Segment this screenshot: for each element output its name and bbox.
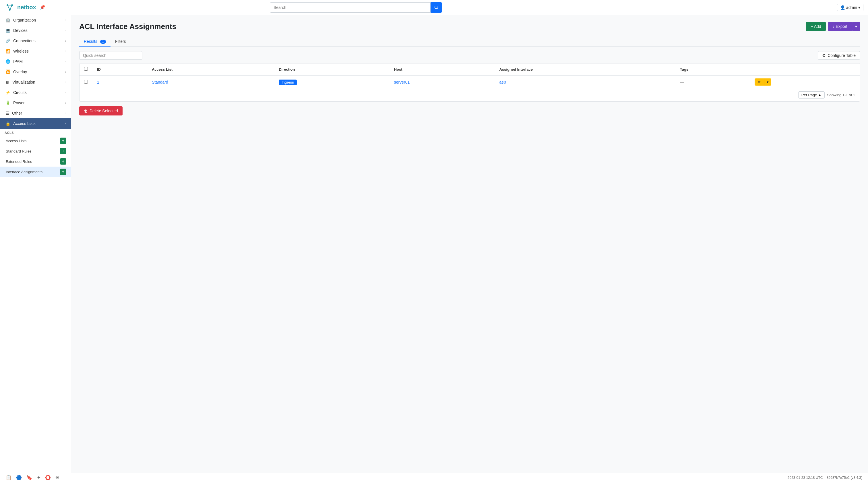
acls-add-access-lists-button[interactable]: + bbox=[60, 138, 66, 144]
sidebar-item-access-lists[interactable]: 🔒Access Lists ‹ bbox=[0, 118, 71, 129]
id-link[interactable]: 1 bbox=[97, 80, 99, 84]
edit-button[interactable]: ✏ bbox=[755, 78, 764, 86]
tab-filters[interactable]: Filters bbox=[111, 37, 131, 47]
row-checkbox[interactable] bbox=[84, 80, 88, 84]
organization-icon: 🏢 bbox=[5, 18, 10, 22]
header-actions: + Add ↓ Export ▾ bbox=[806, 22, 860, 31]
table-toolbar: ⚙ Configure Table bbox=[79, 51, 860, 60]
footer-icons: 📋 🔵 🔖 ✦ ⭕ ✳ bbox=[6, 475, 59, 480]
chevron-icon: › bbox=[65, 111, 66, 115]
select-all-checkbox[interactable] bbox=[84, 67, 88, 70]
table-header-row: ID Access List Direction Host Assigned I… bbox=[80, 63, 860, 75]
tab-results-badge: 1 bbox=[100, 40, 106, 44]
svg-line-5 bbox=[10, 5, 12, 10]
cell-host: server01 bbox=[390, 75, 495, 88]
col-id: ID bbox=[92, 63, 147, 75]
sidebar-item-organization[interactable]: 🏢Organization › bbox=[0, 15, 71, 25]
brand-icon bbox=[5, 2, 15, 12]
user-icon: 👤 bbox=[840, 5, 845, 10]
brand-logo[interactable]: netbox 📌 bbox=[5, 2, 71, 12]
edit-caret-button[interactable]: ▾ bbox=[764, 78, 771, 86]
sidebar-item-overlay[interactable]: 🔀Overlay › bbox=[0, 67, 71, 77]
acls-label-access-lists: Access Lists bbox=[6, 139, 26, 143]
search-button[interactable] bbox=[431, 2, 442, 12]
sidebar-item-devices[interactable]: 💻Devices › bbox=[0, 25, 71, 36]
sidebar-item-other[interactable]: ☰Other › bbox=[0, 108, 71, 118]
tab-results[interactable]: Results 1 bbox=[79, 37, 111, 47]
sidebar-item-connections[interactable]: 🔗Connections › bbox=[0, 36, 71, 46]
cell-row-actions: ✏ ▾ bbox=[750, 75, 860, 88]
export-button[interactable]: ↓ Export bbox=[828, 22, 852, 31]
interface-link[interactable]: ae0 bbox=[499, 80, 506, 84]
sidebar-item-power[interactable]: 🔋Power › bbox=[0, 98, 71, 108]
circuits-icon: ⚡ bbox=[5, 90, 10, 95]
delete-selected-label: Delete Selected bbox=[90, 109, 118, 113]
gear-icon: ⚙ bbox=[822, 53, 826, 58]
quick-search-input[interactable] bbox=[79, 51, 143, 60]
overlay-icon: 🔀 bbox=[5, 69, 10, 74]
page-header: ACL Interface Assignments + Add ↓ Export… bbox=[79, 22, 860, 31]
tabs: Results 1 Filters bbox=[79, 37, 860, 47]
acls-item-access-lists[interactable]: Access Lists + bbox=[0, 136, 71, 146]
sidebar: 🏢Organization › 💻Devices › 🔗Connections … bbox=[0, 15, 71, 473]
bottom-actions: 🗑 Delete Selected bbox=[79, 106, 860, 115]
per-page-label: Per Page ▲ bbox=[801, 93, 822, 97]
cell-id: 1 bbox=[92, 75, 147, 88]
footer-version: 89937b7e75e2 (v3.4.3) bbox=[827, 476, 862, 480]
user-caret-icon: ▾ bbox=[858, 5, 860, 10]
sidebar-item-wireless[interactable]: 📶Wireless › bbox=[0, 46, 71, 56]
connections-icon: 🔗 bbox=[5, 38, 10, 43]
col-access-list: Access List bbox=[147, 63, 274, 75]
footer: 📋 🔵 🔖 ✦ ⭕ ✳ 2023-01-23 12:18 UTC 89937b7… bbox=[0, 473, 868, 482]
chevron-icon: › bbox=[65, 29, 66, 32]
table-container: ID Access List Direction Host Assigned I… bbox=[79, 63, 860, 102]
acls-label-standard-rules: Standard Rules bbox=[6, 149, 32, 153]
acls-add-extended-rules-button[interactable]: + bbox=[60, 158, 66, 165]
host-link[interactable]: server01 bbox=[394, 80, 410, 84]
power-icon: 🔋 bbox=[5, 101, 10, 105]
access-list-link[interactable]: Standard bbox=[152, 80, 168, 84]
tags-value: — bbox=[680, 80, 684, 84]
export-label: ↓ Export bbox=[833, 24, 847, 29]
search-input[interactable] bbox=[270, 2, 431, 12]
sidebar-item-virtualization[interactable]: 🖥Virtualization › bbox=[0, 77, 71, 87]
username: admin bbox=[846, 5, 857, 10]
chevron-icon: › bbox=[65, 91, 66, 94]
acls-item-interface-assignments[interactable]: Interface Assignments + bbox=[0, 167, 71, 177]
tab-filters-label: Filters bbox=[115, 39, 126, 44]
github-icon[interactable]: ⭕ bbox=[45, 475, 51, 480]
col-assigned-interface: Assigned Interface bbox=[495, 63, 675, 75]
bookmark-icon[interactable]: 🔖 bbox=[26, 475, 32, 480]
acls-item-standard-rules[interactable]: Standard Rules + bbox=[0, 146, 71, 156]
acls-add-interface-assignments-button[interactable]: + bbox=[60, 169, 66, 175]
virtualization-icon: 🖥 bbox=[5, 80, 9, 84]
other-icon: ☰ bbox=[5, 111, 9, 115]
table-row: 1 Standard Ingress server01 ae0 bbox=[80, 75, 860, 88]
cell-assigned-interface: ae0 bbox=[495, 75, 675, 88]
chevron-down-icon: ‹ bbox=[65, 122, 66, 125]
docs-icon[interactable]: 📋 bbox=[6, 475, 11, 480]
sidebar-item-ipam[interactable]: 🌐IPAM › bbox=[0, 56, 71, 67]
footer-info: 2023-01-23 12:18 UTC 89937b7e75e2 (v3.4.… bbox=[787, 476, 862, 480]
main-content: ACL Interface Assignments + Add ↓ Export… bbox=[71, 15, 868, 473]
chevron-icon: › bbox=[65, 80, 66, 84]
acls-label-extended-rules: Extended Rules bbox=[6, 160, 32, 164]
export-caret-button[interactable]: ▾ bbox=[852, 22, 860, 31]
per-page-button[interactable]: Per Page ▲ bbox=[798, 91, 825, 98]
wireless-icon: 📶 bbox=[5, 49, 10, 53]
star-icon[interactable]: ✦ bbox=[37, 475, 40, 480]
direction-badge: Ingress bbox=[279, 80, 297, 85]
acls-item-extended-rules[interactable]: Extended Rules + bbox=[0, 156, 71, 167]
cell-tags: — bbox=[675, 75, 750, 88]
user-menu[interactable]: 👤 admin ▾ bbox=[837, 4, 863, 11]
sidebar-item-circuits[interactable]: ⚡Circuits › bbox=[0, 87, 71, 98]
delete-selected-button[interactable]: 🗑 Delete Selected bbox=[79, 106, 123, 115]
configure-table-button[interactable]: ⚙ Configure Table bbox=[818, 51, 860, 60]
col-host: Host bbox=[390, 63, 495, 75]
code-icon[interactable]: 🔵 bbox=[16, 475, 22, 480]
global-search bbox=[270, 2, 442, 12]
acls-add-standard-rules-button[interactable]: + bbox=[60, 148, 66, 154]
add-button[interactable]: + Add bbox=[806, 22, 826, 31]
footer-timestamp: 2023-01-23 12:18 UTC bbox=[787, 476, 823, 480]
slack-icon[interactable]: ✳ bbox=[55, 475, 59, 480]
